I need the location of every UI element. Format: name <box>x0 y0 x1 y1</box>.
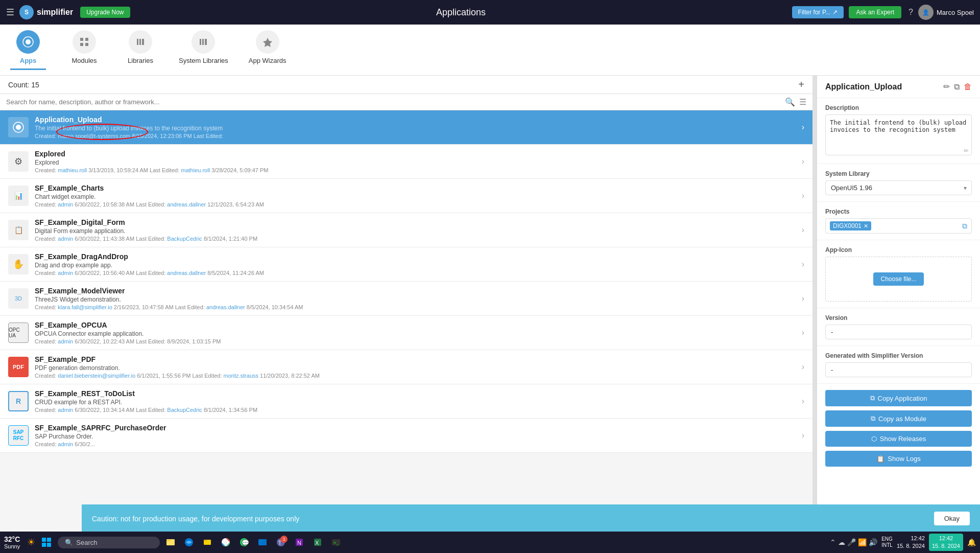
projects-section: Projects DIGX0001 ✕ ⧉ <box>817 202 980 240</box>
list-item[interactable]: SAPRFC SF_Example_SAPRFC_PurchaseOrder S… <box>0 419 812 453</box>
list-item[interactable]: 📊 SF_Example_Charts Chart widget example… <box>0 179 812 213</box>
project-tag-remove-icon[interactable]: ✕ <box>864 223 868 229</box>
app-wizards-tab-icon <box>256 30 279 54</box>
system-library-select[interactable]: OpenUI5 1.96 <box>825 180 972 195</box>
svg-rect-20 <box>166 540 171 541</box>
app-desc: OPCUA Connector example application. <box>35 330 796 337</box>
list-view-icon[interactable]: ☰ <box>799 97 806 107</box>
taskbar-search[interactable]: 🔍 Search <box>58 537 160 548</box>
tab-libraries[interactable]: Libraries <box>123 30 158 70</box>
version-section: Version <box>817 308 980 346</box>
app-info: SF_Example_OPCUA OPCUA Connector example… <box>35 321 796 344</box>
taskbar-onenote-icon[interactable]: N <box>292 535 307 550</box>
show-logs-button[interactable]: 📋 Show Logs <box>825 451 972 467</box>
user-area[interactable]: 👤 Marco Spoel <box>918 5 974 20</box>
list-item[interactable]: 📋 SF_Example_Digital_Form Digital Form e… <box>0 213 812 247</box>
network-icon[interactable]: 📶 <box>858 538 867 546</box>
caution-message: Caution: not for production usage, for d… <box>92 515 299 523</box>
detail-header: Application_Upload ✏ ⧉ 🗑 <box>817 76 980 98</box>
svg-rect-4 <box>80 43 83 46</box>
add-app-button[interactable]: + <box>798 79 804 90</box>
volume-icon[interactable]: 🔊 <box>869 538 877 546</box>
choose-file-button[interactable]: Choose file... <box>873 272 923 286</box>
modules-tab-icon <box>73 30 96 54</box>
tab-apps[interactable]: Apps <box>10 30 46 70</box>
app-icon <box>8 117 29 137</box>
app-info: SF_Example_Charts Chart widget example. … <box>35 184 796 208</box>
list-item[interactable]: R SF_Example_REST_ToDoList CRUD example … <box>0 384 812 419</box>
app-desc: The initial frontend to (bulk) upload in… <box>35 125 796 132</box>
tab-modules[interactable]: Modules <box>66 30 102 70</box>
taskbar-chrome-icon[interactable] <box>218 535 233 550</box>
teams-badge: 1 <box>280 536 288 543</box>
taskbar-app-icons: 💬 T 1 N X >_ <box>163 535 344 550</box>
taskbar-edge-icon[interactable] <box>181 535 197 550</box>
app-icon: SAPRFC <box>8 425 29 446</box>
version-input[interactable] <box>825 325 972 339</box>
svg-rect-23 <box>204 540 207 541</box>
chevron-up-icon[interactable]: ⌃ <box>830 538 836 546</box>
taskbar-excel-icon[interactable]: X <box>310 535 325 550</box>
svg-text:>_: >_ <box>333 540 339 545</box>
detail-actions: ✏ ⧉ 🗑 <box>943 82 972 91</box>
svg-point-1 <box>26 39 31 44</box>
taskbar-explorer-icon[interactable] <box>200 535 215 550</box>
taskbar-outlook-icon[interactable] <box>255 535 270 550</box>
right-panel: Application_Upload ✏ ⧉ 🗑 Description The… <box>817 76 980 532</box>
svg-rect-10 <box>202 39 204 45</box>
list-item[interactable]: Application_Upload The initial frontend … <box>0 110 812 145</box>
start-button[interactable] <box>38 534 55 550</box>
apps-tab-icon <box>16 30 40 54</box>
created-label: Created: <box>35 133 56 139</box>
taskbar-search-icon: 🔍 <box>65 539 73 546</box>
taskbar-files-icon[interactable] <box>163 535 178 550</box>
help-icon[interactable]: ? <box>909 8 913 17</box>
taskbar-right: ⌃ ☁ 🎤 📶 🔊 ENG INTL 12:42 15. 8. 2024 12:… <box>830 534 976 551</box>
show-releases-button[interactable]: ⬡ Show Releases <box>825 431 972 447</box>
libraries-tab-icon <box>129 30 152 54</box>
list-item[interactable]: ⚙ Explored Explored Created: mathieu.rol… <box>0 145 812 179</box>
app-meta: Created: marco.spoel@t-systems.com 8/15/… <box>35 133 796 139</box>
app-meta: Created: admin 6/30/2... <box>35 441 796 447</box>
list-item[interactable]: 3D SF_Example_ModelViewer ThreeJS Widget… <box>0 282 812 316</box>
app-name: SF_Example_SAPRFC_PurchaseOrder <box>35 424 796 432</box>
tab-app-wizards-label: App Wizards <box>249 57 286 64</box>
count-bar: Count: 15 + <box>0 76 812 94</box>
project-tag-label: DIGX0001 <box>833 222 862 229</box>
okay-button[interactable]: Okay <box>934 512 970 525</box>
app-desc: Digital Form example application. <box>35 227 796 235</box>
generated-section: Generated with Simplifier Version <box>817 346 980 384</box>
app-meta: Created: mathieu.roll 3/13/2019, 10:59:2… <box>35 167 796 173</box>
svg-rect-9 <box>200 39 201 45</box>
search-input[interactable] <box>6 98 781 106</box>
taskbar-whatsapp-icon[interactable]: 💬 <box>236 535 252 550</box>
tab-app-wizards[interactable]: App Wizards <box>249 30 286 70</box>
hamburger-menu-icon[interactable]: ☰ <box>6 7 14 18</box>
generated-input[interactable] <box>825 362 972 377</box>
tab-system-libraries[interactable]: System Libraries <box>179 30 228 70</box>
clock-date: 15. 8. 2024 <box>897 542 925 550</box>
ask-expert-button[interactable]: Ask an Expert <box>849 6 901 18</box>
cloud-icon[interactable]: ☁ <box>838 538 845 546</box>
copy-as-module-button[interactable]: ⧉ Copy as Module <box>825 410 972 427</box>
delete-button[interactable]: 🗑 <box>964 82 972 91</box>
notification-icon[interactable]: 🔔 <box>967 538 976 546</box>
taskbar-teams-icon[interactable]: T 1 <box>273 535 289 550</box>
list-item[interactable]: ✋ SF_Example_DragAndDrop Drag and drop e… <box>0 247 812 282</box>
system-library-label: System Library <box>825 170 972 177</box>
filter-button[interactable]: Filter for P... ↗ <box>792 6 844 18</box>
right-actions-section: ⧉ Copy Application ⧉ Copy as Module ⬡ Sh… <box>817 384 980 477</box>
tab-modules-label: Modules <box>71 57 97 64</box>
app-desc: Drag and drop example app. <box>35 262 796 269</box>
description-textarea[interactable]: The initial frontend to (bulk) upload in… <box>825 114 972 155</box>
project-link-icon[interactable]: ⧉ <box>962 222 967 231</box>
list-item[interactable]: OPC UA SF_Example_OPCUA OPCUA Connector … <box>0 316 812 350</box>
taskbar-terminal-icon[interactable]: >_ <box>328 535 344 550</box>
search-icon[interactable]: 🔍 <box>785 97 795 107</box>
duplicate-button[interactable]: ⧉ <box>954 82 960 91</box>
edit-button[interactable]: ✏ <box>943 82 950 91</box>
upgrade-button[interactable]: Upgrade Now <box>80 7 130 18</box>
copy-application-button[interactable]: ⧉ Copy Application <box>825 390 972 406</box>
list-item[interactable]: PDF SF_Example_PDF PDF generation demons… <box>0 350 812 384</box>
microphone-icon[interactable]: 🎤 <box>847 538 856 546</box>
